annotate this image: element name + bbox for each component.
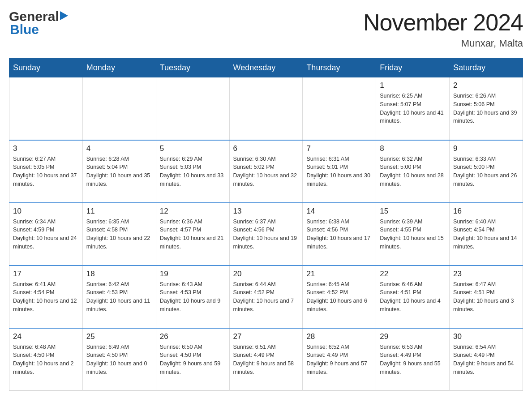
- table-row: 9Sunrise: 6:33 AM Sunset: 5:00 PM Daylig…: [450, 140, 523, 203]
- day-number: 25: [86, 332, 152, 341]
- day-number: 27: [233, 332, 299, 341]
- table-row: 12Sunrise: 6:36 AM Sunset: 4:57 PM Dayli…: [156, 203, 229, 265]
- day-number: 14: [306, 207, 372, 216]
- day-number: 15: [380, 207, 446, 216]
- col-friday: Friday: [376, 59, 450, 77]
- col-tuesday: Tuesday: [156, 59, 229, 77]
- day-info: Sunrise: 6:35 AM Sunset: 4:58 PM Dayligh…: [86, 218, 152, 251]
- table-row: [82, 77, 156, 140]
- col-monday: Monday: [82, 59, 156, 77]
- day-info: Sunrise: 6:33 AM Sunset: 5:00 PM Dayligh…: [453, 155, 519, 188]
- day-number: 3: [13, 144, 79, 153]
- table-row: 17Sunrise: 6:41 AM Sunset: 4:54 PM Dayli…: [9, 265, 83, 328]
- table-row: [303, 77, 376, 140]
- day-number: 12: [160, 207, 226, 216]
- table-row: 20Sunrise: 6:44 AM Sunset: 4:52 PM Dayli…: [229, 265, 303, 328]
- table-row: 10Sunrise: 6:34 AM Sunset: 4:59 PM Dayli…: [9, 203, 83, 265]
- calendar-table: Sunday Monday Tuesday Wednesday Thursday…: [9, 58, 523, 391]
- table-row: 27Sunrise: 6:51 AM Sunset: 4:49 PM Dayli…: [229, 328, 303, 391]
- day-info: Sunrise: 6:50 AM Sunset: 4:50 PM Dayligh…: [160, 343, 226, 377]
- table-row: 18Sunrise: 6:42 AM Sunset: 4:53 PM Dayli…: [82, 265, 156, 328]
- calendar-header-row: Sunday Monday Tuesday Wednesday Thursday…: [9, 59, 523, 77]
- day-number: 18: [86, 270, 152, 278]
- table-row: [9, 77, 83, 140]
- day-number: 16: [453, 207, 519, 216]
- day-number: 17: [13, 270, 79, 278]
- table-row: 26Sunrise: 6:50 AM Sunset: 4:50 PM Dayli…: [156, 328, 229, 391]
- table-row: 1Sunrise: 6:25 AM Sunset: 5:07 PM Daylig…: [376, 77, 450, 140]
- calendar-week-row: 3Sunrise: 6:27 AM Sunset: 5:05 PM Daylig…: [9, 140, 523, 203]
- table-row: 6Sunrise: 6:30 AM Sunset: 5:02 PM Daylig…: [229, 140, 303, 203]
- day-info: Sunrise: 6:47 AM Sunset: 4:51 PM Dayligh…: [453, 280, 519, 314]
- day-info: Sunrise: 6:42 AM Sunset: 4:53 PM Dayligh…: [86, 280, 152, 314]
- day-number: 9: [453, 144, 519, 153]
- day-info: Sunrise: 6:36 AM Sunset: 4:57 PM Dayligh…: [160, 218, 226, 251]
- day-info: Sunrise: 6:26 AM Sunset: 5:06 PM Dayligh…: [453, 92, 519, 125]
- table-row: 23Sunrise: 6:47 AM Sunset: 4:51 PM Dayli…: [450, 265, 523, 328]
- day-number: 10: [13, 207, 79, 216]
- day-number: 22: [380, 270, 446, 278]
- day-info: Sunrise: 6:32 AM Sunset: 5:00 PM Dayligh…: [380, 155, 446, 188]
- day-info: Sunrise: 6:46 AM Sunset: 4:51 PM Dayligh…: [380, 280, 446, 314]
- day-info: Sunrise: 6:44 AM Sunset: 4:52 PM Dayligh…: [233, 280, 299, 314]
- day-info: Sunrise: 6:30 AM Sunset: 5:02 PM Dayligh…: [233, 155, 299, 188]
- col-saturday: Saturday: [450, 59, 523, 77]
- table-row: 19Sunrise: 6:43 AM Sunset: 4:53 PM Dayli…: [156, 265, 229, 328]
- calendar-week-row: 10Sunrise: 6:34 AM Sunset: 4:59 PM Dayli…: [9, 203, 523, 265]
- day-number: 5: [160, 144, 226, 153]
- day-number: 8: [380, 144, 446, 153]
- table-row: 5Sunrise: 6:29 AM Sunset: 5:03 PM Daylig…: [156, 140, 229, 203]
- day-info: Sunrise: 6:28 AM Sunset: 5:04 PM Dayligh…: [86, 155, 152, 188]
- day-info: Sunrise: 6:40 AM Sunset: 4:54 PM Dayligh…: [453, 218, 519, 251]
- day-number: 24: [13, 332, 79, 341]
- day-info: Sunrise: 6:38 AM Sunset: 4:56 PM Dayligh…: [306, 218, 372, 251]
- logo: General Blue: [9, 9, 68, 37]
- day-number: 30: [453, 332, 519, 341]
- table-row: 21Sunrise: 6:45 AM Sunset: 4:52 PM Dayli…: [303, 265, 376, 328]
- table-row: 30Sunrise: 6:54 AM Sunset: 4:49 PM Dayli…: [450, 328, 523, 391]
- day-number: 23: [453, 270, 519, 278]
- day-info: Sunrise: 6:45 AM Sunset: 4:52 PM Dayligh…: [306, 280, 372, 314]
- table-row: 24Sunrise: 6:48 AM Sunset: 4:50 PM Dayli…: [9, 328, 83, 391]
- calendar-week-row: 1Sunrise: 6:25 AM Sunset: 5:07 PM Daylig…: [9, 77, 523, 140]
- table-row: 3Sunrise: 6:27 AM Sunset: 5:05 PM Daylig…: [9, 140, 83, 203]
- day-number: 2: [453, 81, 519, 90]
- logo-blue-text: Blue: [9, 22, 39, 37]
- day-info: Sunrise: 6:31 AM Sunset: 5:01 PM Dayligh…: [306, 155, 372, 188]
- table-row: 25Sunrise: 6:49 AM Sunset: 4:50 PM Dayli…: [82, 328, 156, 391]
- day-number: 11: [86, 207, 152, 216]
- table-row: 4Sunrise: 6:28 AM Sunset: 5:04 PM Daylig…: [82, 140, 156, 203]
- calendar-week-row: 24Sunrise: 6:48 AM Sunset: 4:50 PM Dayli…: [9, 328, 523, 391]
- day-number: 1: [380, 81, 446, 90]
- day-number: 20: [233, 270, 299, 278]
- table-row: 7Sunrise: 6:31 AM Sunset: 5:01 PM Daylig…: [303, 140, 376, 203]
- calendar-subtitle: Munxar, Malta: [363, 38, 523, 49]
- day-info: Sunrise: 6:52 AM Sunset: 4:49 PM Dayligh…: [306, 343, 372, 377]
- table-row: 14Sunrise: 6:38 AM Sunset: 4:56 PM Dayli…: [303, 203, 376, 265]
- day-number: 13: [233, 207, 299, 216]
- day-info: Sunrise: 6:53 AM Sunset: 4:49 PM Dayligh…: [380, 343, 446, 377]
- calendar-title: November 2024: [363, 9, 523, 36]
- table-row: 28Sunrise: 6:52 AM Sunset: 4:49 PM Dayli…: [303, 328, 376, 391]
- day-info: Sunrise: 6:43 AM Sunset: 4:53 PM Dayligh…: [160, 280, 226, 314]
- day-info: Sunrise: 6:39 AM Sunset: 4:55 PM Dayligh…: [380, 218, 446, 251]
- day-info: Sunrise: 6:41 AM Sunset: 4:54 PM Dayligh…: [13, 280, 79, 314]
- day-info: Sunrise: 6:27 AM Sunset: 5:05 PM Dayligh…: [13, 155, 79, 188]
- day-info: Sunrise: 6:49 AM Sunset: 4:50 PM Dayligh…: [86, 343, 152, 377]
- table-row: 8Sunrise: 6:32 AM Sunset: 5:00 PM Daylig…: [376, 140, 450, 203]
- day-info: Sunrise: 6:51 AM Sunset: 4:49 PM Dayligh…: [233, 343, 299, 377]
- day-number: 21: [306, 270, 372, 278]
- table-row: 15Sunrise: 6:39 AM Sunset: 4:55 PM Dayli…: [376, 203, 450, 265]
- col-wednesday: Wednesday: [229, 59, 303, 77]
- table-row: [229, 77, 303, 140]
- table-row: 29Sunrise: 6:53 AM Sunset: 4:49 PM Dayli…: [376, 328, 450, 391]
- table-row: 2Sunrise: 6:26 AM Sunset: 5:06 PM Daylig…: [450, 77, 523, 140]
- svg-marker-0: [60, 11, 68, 20]
- table-row: 13Sunrise: 6:37 AM Sunset: 4:56 PM Dayli…: [229, 203, 303, 265]
- day-info: Sunrise: 6:34 AM Sunset: 4:59 PM Dayligh…: [13, 218, 79, 251]
- col-thursday: Thursday: [303, 59, 376, 77]
- day-info: Sunrise: 6:25 AM Sunset: 5:07 PM Dayligh…: [380, 92, 446, 125]
- day-number: 29: [380, 332, 446, 341]
- calendar-week-row: 17Sunrise: 6:41 AM Sunset: 4:54 PM Dayli…: [9, 265, 523, 328]
- day-info: Sunrise: 6:37 AM Sunset: 4:56 PM Dayligh…: [233, 218, 299, 251]
